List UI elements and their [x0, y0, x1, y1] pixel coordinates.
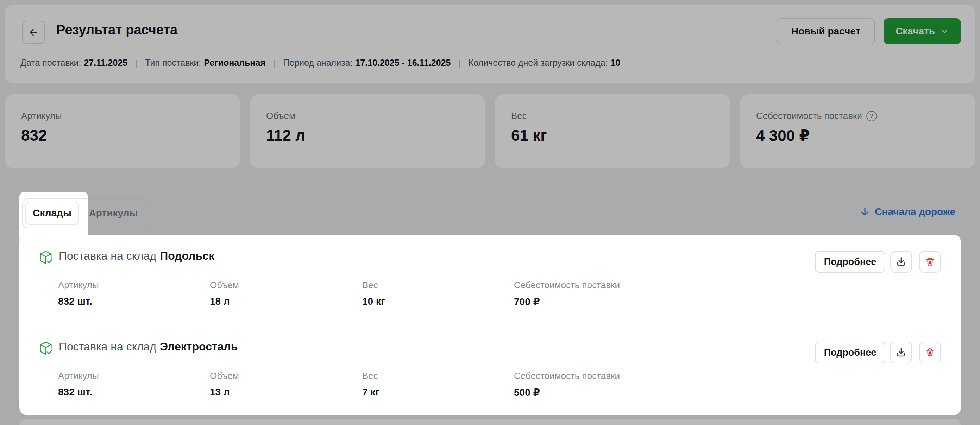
warehouse-row: Поставка на складЭлектросталь Артикулы О… — [19, 325, 961, 415]
download-warehouse-button[interactable] — [890, 342, 912, 363]
sort-button[interactable]: Сначала дороже — [859, 206, 955, 217]
summary-card-volume: Объем 112 л — [250, 94, 485, 168]
warehouse-row: Поставка на складПодольск Артикулы Объем… — [19, 235, 961, 325]
meta-separator: | — [135, 58, 137, 68]
summary-value: 61 кг — [511, 127, 547, 144]
stat-value: 500 ₽ — [514, 387, 540, 398]
download-icon — [896, 347, 907, 358]
stat-label: Артикулы — [58, 280, 99, 290]
stat-label: Себестоимость поставки — [514, 371, 620, 381]
warehouse-name: Электросталь — [160, 340, 238, 353]
tab-warehouses[interactable]: Склады — [25, 201, 79, 225]
calculation-result-page: Результат расчета Дата поставки: 27.11.2… — [0, 0, 980, 425]
page-header: Результат расчета Дата поставки: 27.11.2… — [5, 5, 975, 83]
package-icon — [38, 249, 54, 267]
next-card-hint — [19, 419, 961, 425]
stat-value: 700 ₽ — [514, 296, 540, 308]
stat-value: 7 кг — [362, 387, 379, 398]
back-button[interactable] — [22, 21, 45, 44]
warehouse-title: Поставка на складЭлектросталь — [59, 340, 238, 353]
meta-separator: | — [273, 58, 275, 68]
summary-card-articles: Артикулы 832 — [5, 94, 240, 168]
warehouses-list: Поставка на складПодольск Артикулы Объем… — [19, 235, 961, 415]
stat-label: Вес — [362, 280, 378, 290]
meta-value: 10 — [611, 58, 620, 68]
summary-value: 4 300 ₽ — [756, 127, 810, 144]
meta-label: Тип поставки: — [145, 58, 201, 68]
meta-label: Дата поставки: — [21, 58, 81, 68]
trash-icon — [925, 257, 935, 267]
sort-label: Сначала дороже — [875, 206, 955, 217]
stat-value: 10 кг — [362, 296, 385, 307]
delete-warehouse-button[interactable] — [919, 251, 941, 273]
summary-value: 112 л — [266, 127, 305, 144]
stat-value: 832 шт. — [58, 296, 92, 307]
tab-articles[interactable]: Артикулы — [79, 198, 148, 228]
chevron-down-icon — [940, 27, 949, 36]
meta-separator: | — [459, 58, 461, 68]
summary-label: Себестоимость поставки ? — [756, 111, 877, 121]
meta-value: Региональная — [204, 58, 266, 68]
warehouse-name: Подольск — [160, 249, 215, 262]
meta-value: 17.10.2025 - 16.11.2025 — [355, 58, 450, 68]
meta-label: Период анализа: — [283, 58, 352, 68]
meta-label: Количество дней загрузки склада: — [469, 58, 608, 68]
download-report-button[interactable]: Скачать — [883, 18, 961, 44]
stat-value: 832 шт. — [58, 387, 92, 398]
header-actions: Новый расчет Скачать — [776, 18, 961, 44]
stat-value: 18 л — [210, 296, 230, 307]
details-button[interactable]: Подробнее — [815, 342, 885, 363]
page-title: Результат расчета — [56, 22, 177, 38]
meta-value: 27.11.2025 — [84, 58, 127, 68]
sort-arrow-down-icon — [859, 206, 870, 217]
download-warehouse-button[interactable] — [890, 251, 912, 273]
download-icon — [896, 256, 907, 267]
summary-label: Артикулы — [21, 111, 62, 121]
new-calculation-button[interactable]: Новый расчет — [776, 18, 875, 44]
summary-label: Вес — [511, 111, 527, 121]
calculation-meta: Дата поставки: 27.11.2025 | Тип поставки… — [21, 58, 620, 68]
stat-label: Артикулы — [58, 371, 99, 381]
stat-label: Вес — [362, 371, 378, 381]
arrow-left-icon — [28, 27, 39, 38]
summary-label: Объем — [266, 111, 295, 121]
stat-label: Себестоимость поставки — [514, 280, 620, 290]
summary-value: 832 — [21, 127, 47, 144]
trash-icon — [925, 347, 935, 358]
delete-warehouse-button[interactable] — [919, 342, 941, 363]
warehouse-title: Поставка на складПодольск — [59, 249, 215, 262]
summary-card-cost: Себестоимость поставки ? 4 300 ₽ — [740, 94, 975, 168]
stat-value: 13 л — [210, 387, 230, 398]
package-icon — [38, 340, 54, 358]
details-button[interactable]: Подробнее — [815, 251, 885, 273]
summary-card-weight: Вес 61 кг — [495, 94, 730, 168]
stat-label: Объем — [210, 371, 239, 381]
help-icon[interactable]: ? — [866, 111, 877, 121]
stat-label: Объем — [210, 280, 239, 290]
download-button-label: Скачать — [896, 26, 935, 37]
